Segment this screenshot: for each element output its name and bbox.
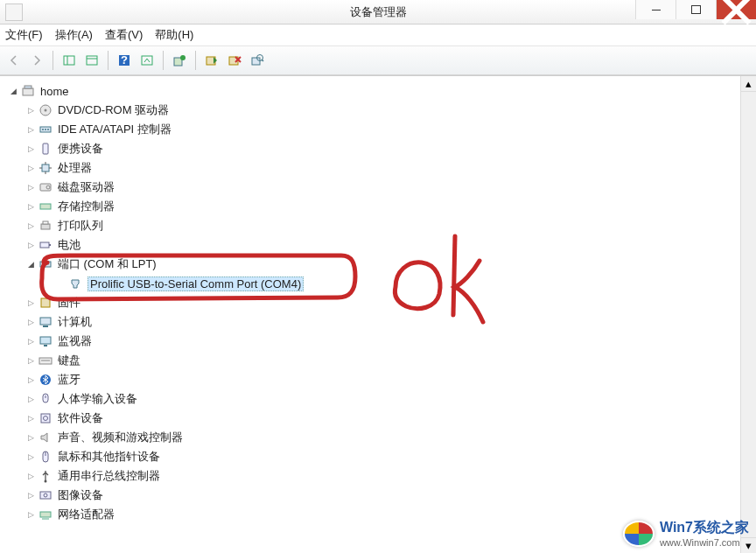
keyboard-icon xyxy=(38,354,52,368)
tree-item[interactable]: 图像设备 xyxy=(7,486,740,505)
action-button[interactable] xyxy=(136,50,158,71)
tree-item-label: 软件设备 xyxy=(58,410,103,426)
device-tree[interactable]: homeDVD/CD-ROM 驱动器IDE ATA/ATAPI 控制器便携设备处… xyxy=(0,76,740,553)
expand-icon[interactable] xyxy=(24,431,37,444)
expand-icon[interactable] xyxy=(24,200,37,213)
monitor-icon xyxy=(38,334,52,348)
enable-device-button[interactable] xyxy=(201,50,222,71)
expand-icon[interactable] xyxy=(24,239,37,251)
tree-item[interactable]: 软件设备 xyxy=(7,409,740,428)
expand-icon[interactable] xyxy=(24,123,37,136)
expand-icon[interactable] xyxy=(24,374,37,386)
svg-point-40 xyxy=(42,263,44,265)
menu-action[interactable]: 操作(A) xyxy=(55,27,93,43)
tree-item[interactable]: 处理器 xyxy=(7,158,740,178)
tree-item[interactable]: IDE ATA/ATAPI 控制器 xyxy=(7,120,740,139)
expand-icon[interactable] xyxy=(24,181,37,193)
tree-item[interactable]: 键盘 xyxy=(7,351,740,370)
expand-icon[interactable] xyxy=(24,470,37,482)
scroll-up-button[interactable]: ▴ xyxy=(741,76,756,92)
update-driver-button[interactable] xyxy=(169,50,190,71)
tree-item-label: 端口 (COM 和 LPT) xyxy=(58,256,157,272)
tree-item[interactable]: 端口 (COM 和 LPT) xyxy=(7,255,740,274)
tree-item[interactable]: 计算机 xyxy=(7,312,740,332)
software-icon xyxy=(38,411,52,425)
tree-item-label: IDE ATA/ATAPI 控制器 xyxy=(58,122,172,137)
toolbar-divider xyxy=(195,51,196,70)
printer-icon xyxy=(38,219,52,233)
tree-root[interactable]: home xyxy=(7,81,740,101)
tree-item[interactable]: 通用串行总线控制器 xyxy=(7,466,740,486)
expand-icon[interactable] xyxy=(24,162,37,174)
svg-rect-46 xyxy=(40,337,51,344)
expand-icon[interactable] xyxy=(24,297,37,309)
svg-point-23 xyxy=(42,129,44,130)
tree-item[interactable]: DVD/CD-ROM 驱动器 xyxy=(7,101,740,120)
image-icon xyxy=(38,488,52,502)
tree-item[interactable]: 打印队列 xyxy=(7,216,740,235)
toolbar-divider xyxy=(52,51,53,70)
tree-item[interactable]: 鼠标和其他指针设备 xyxy=(7,447,740,466)
tree-item-label: 固件 xyxy=(58,295,80,311)
expand-icon[interactable] xyxy=(24,316,37,328)
tree-item-label: 网络适配器 xyxy=(58,507,115,522)
expand-icon[interactable] xyxy=(24,412,37,424)
collapse-icon[interactable] xyxy=(7,85,19,97)
tree-item[interactable]: 固件 xyxy=(7,293,740,312)
storage-icon xyxy=(38,200,52,214)
help-button[interactable]: ? xyxy=(114,50,135,71)
menu-view[interactable]: 查看(V) xyxy=(105,27,143,43)
svg-rect-36 xyxy=(43,221,48,224)
expand-icon[interactable] xyxy=(24,104,37,116)
watermark-url: www.Winwin7.com xyxy=(660,537,749,548)
disk-icon xyxy=(38,180,52,194)
tree-item[interactable]: 存储控制器 xyxy=(7,197,740,216)
scan-hardware-button[interactable] xyxy=(247,50,268,71)
tree-item-label: 鼠标和其他指针设备 xyxy=(58,449,160,465)
svg-point-57 xyxy=(45,480,47,483)
svg-rect-43 xyxy=(41,298,50,307)
properties-button[interactable] xyxy=(81,50,102,71)
expand-icon[interactable] xyxy=(24,508,37,521)
tree-item[interactable]: Prolific USB-to-Serial Comm Port (COM4) xyxy=(7,274,740,293)
expand-icon[interactable] xyxy=(24,220,37,232)
tree-item-label: 声音、视频和游戏控制器 xyxy=(58,430,183,445)
svg-rect-45 xyxy=(43,326,48,327)
tree-item-label: 监视器 xyxy=(58,333,92,349)
uninstall-device-button[interactable] xyxy=(224,50,245,71)
tree-item[interactable]: 人体学输入设备 xyxy=(7,389,740,409)
svg-line-17 xyxy=(262,60,263,61)
maximize-button[interactable] xyxy=(676,0,716,19)
tree-item-label: 处理器 xyxy=(58,160,92,176)
tree-item[interactable]: 声音、视频和游戏控制器 xyxy=(7,428,740,447)
nav-forward-button[interactable] xyxy=(26,50,47,71)
tree-item[interactable]: 磁盘驱动器 xyxy=(7,178,740,197)
expand-icon[interactable] xyxy=(24,335,37,347)
expand-icon[interactable] xyxy=(24,451,37,463)
expand-icon[interactable] xyxy=(24,354,37,367)
tree-item[interactable]: 电池 xyxy=(7,235,740,255)
svg-rect-4 xyxy=(87,56,97,65)
tree-item[interactable]: 蓝牙 xyxy=(7,370,740,389)
tree-item-label: Prolific USB-to-Serial Comm Port (COM4) xyxy=(88,276,304,291)
close-button[interactable] xyxy=(716,0,756,19)
show-hide-tree-button[interactable] xyxy=(59,50,80,71)
menu-file[interactable]: 文件(F) xyxy=(5,27,43,43)
nav-back-button[interactable] xyxy=(4,50,24,71)
expand-icon[interactable] xyxy=(24,143,37,155)
svg-rect-32 xyxy=(40,184,51,191)
computer-icon xyxy=(38,315,52,329)
menu-help[interactable]: 帮助(H) xyxy=(155,27,193,43)
tree-item[interactable]: 便携设备 xyxy=(7,139,740,158)
expand-icon[interactable] xyxy=(24,489,37,501)
watermark-logo-icon xyxy=(623,521,654,547)
vertical-scrollbar[interactable]: ▴ ▾ xyxy=(740,76,756,553)
expand-icon[interactable] xyxy=(24,258,37,270)
tree-item[interactable]: 监视器 xyxy=(7,332,740,351)
svg-rect-37 xyxy=(40,242,49,248)
watermark: Win7系统之家 www.Winwin7.com xyxy=(623,519,749,548)
expand-icon[interactable] xyxy=(24,393,37,405)
tree-item-label: 通用串行总线控制器 xyxy=(58,468,160,484)
svg-rect-53 xyxy=(41,414,50,423)
minimize-button[interactable] xyxy=(635,0,676,19)
